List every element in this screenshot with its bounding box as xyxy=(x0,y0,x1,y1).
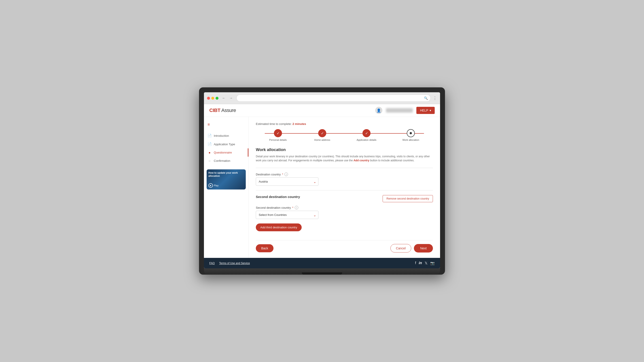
add-third-country-button[interactable]: Add third destination country xyxy=(256,223,302,231)
traffic-light-yellow[interactable] xyxy=(211,97,214,100)
second-country-select-wrapper: Select from Countries ⌄ xyxy=(256,211,318,219)
section-description: Detail your work itinerary in your desti… xyxy=(256,154,433,162)
document-icon-2: 📄 xyxy=(208,142,212,146)
second-info-icon[interactable]: i xyxy=(295,206,298,209)
nav-buttons: ← → xyxy=(221,95,234,101)
back-button[interactable]: Back xyxy=(256,244,274,252)
faq-link[interactable]: FAQ xyxy=(209,262,215,265)
destination-country-label-text: Destination country xyxy=(256,173,281,176)
second-country-header: Second destination country Remove second… xyxy=(256,195,433,202)
laptop-notch xyxy=(302,272,342,275)
sidebar-item-application-type[interactable]: 📄 Application Type xyxy=(204,140,248,148)
destination-country-label: Destination country * i xyxy=(256,173,433,176)
footer: FAQ Terms of Use and Service f in 𝕏 📷 xyxy=(204,258,440,268)
second-required-star: * xyxy=(292,206,294,209)
step-circle-home: ✓ xyxy=(318,129,326,137)
play-label: Play xyxy=(214,184,218,187)
content-area: Estimated time to complete: 2 minutes ✓ … xyxy=(249,117,440,258)
check-circle-icon: ○ xyxy=(208,159,212,163)
destination-country-select-wrapper: Austria ⌄ xyxy=(256,177,318,186)
destination-country-select[interactable]: Austria xyxy=(256,177,318,186)
progress-stepper: ✓ Personal details ✓ Home address ✓ Appl… xyxy=(256,129,433,141)
nav-forward-button[interactable]: → xyxy=(228,95,234,101)
second-country-select[interactable]: Select from Countries xyxy=(256,211,318,219)
laptop-base xyxy=(204,268,440,275)
estimated-time-value: 2 minutes xyxy=(292,122,306,126)
video-play-button[interactable]: ▶ Play xyxy=(208,183,244,188)
traffic-light-green[interactable] xyxy=(216,97,218,100)
step-work-allocation: Work allocation xyxy=(389,129,433,141)
destination-info-icon[interactable]: i xyxy=(284,173,288,176)
step-label-application: Application details xyxy=(357,139,376,141)
header-right: 👤 HELP ▾ xyxy=(375,107,435,114)
section-desc-text2: button to include additional countries. xyxy=(370,159,414,162)
footer-links: FAQ Terms of Use and Service xyxy=(209,262,250,265)
section-title: Work allocation xyxy=(256,147,433,152)
cancel-button[interactable]: Cancel xyxy=(390,244,412,253)
sidebar-item-confirmation[interactable]: ○ Confirmation xyxy=(204,157,248,165)
right-actions: Cancel Next xyxy=(390,244,433,253)
sidebar: ≡ 📄 Introduction 📄 Application Type ● Qu… xyxy=(204,117,249,258)
second-country-label: Second destination country * i xyxy=(256,206,433,209)
second-country-label-text: Second destination country xyxy=(256,206,291,209)
address-bar[interactable]: 🔍 xyxy=(236,94,431,102)
destination-required-star: * xyxy=(282,173,283,176)
nav-back-button[interactable]: ← xyxy=(221,95,227,101)
next-button[interactable]: Next xyxy=(414,244,433,253)
video-title: How to update your work allocation xyxy=(208,171,244,178)
add-country-link[interactable]: Add country xyxy=(354,159,370,162)
instagram-icon[interactable]: 📷 xyxy=(430,261,435,265)
browser-menu-icon[interactable]: ⋮ xyxy=(433,96,437,100)
step-label-personal: Personal details xyxy=(269,139,287,141)
sidebar-label-application-type: Application Type xyxy=(214,143,235,146)
video-overlay: How to update your work allocation ▶ Pla… xyxy=(206,169,246,189)
traffic-lights xyxy=(207,97,218,100)
twitter-x-icon[interactable]: 𝕏 xyxy=(425,261,428,265)
terms-link[interactable]: Terms of Use and Service xyxy=(219,262,250,265)
logo-text: CIBT Assure xyxy=(209,107,236,113)
divider-2 xyxy=(256,190,433,190)
play-circle-icon: ▶ xyxy=(208,183,213,188)
form-actions: Back Cancel Next xyxy=(256,240,433,253)
screen: ← → 🔍 ⋮ CIBT Assure 👤 xyxy=(204,92,440,268)
help-chevron-icon: ▾ xyxy=(430,109,431,112)
step-circle-personal: ✓ xyxy=(274,129,282,137)
step-application-details: ✓ Application details xyxy=(344,129,389,141)
remove-second-country-button[interactable]: Remove second destination country xyxy=(382,195,433,202)
linkedin-icon[interactable]: in xyxy=(419,261,422,265)
step-circle-application: ✓ xyxy=(362,129,370,137)
social-icons: f in 𝕏 📷 xyxy=(415,261,435,265)
logo-cibt: CIBT xyxy=(209,107,220,113)
divider-1 xyxy=(256,168,433,168)
user-avatar-icon: 👤 xyxy=(375,107,382,114)
document-icon: 📄 xyxy=(208,134,212,138)
sidebar-item-introduction[interactable]: 📄 Introduction xyxy=(204,131,248,140)
video-thumbnail[interactable]: How to update your work allocation ▶ Pla… xyxy=(206,169,246,189)
step-label-work: Work allocation xyxy=(402,139,419,141)
sidebar-label-introduction: Introduction xyxy=(214,134,229,137)
traffic-light-red[interactable] xyxy=(207,97,210,100)
logo: CIBT Assure xyxy=(209,107,236,113)
sidebar-label-confirmation: Confirmation xyxy=(214,159,230,162)
help-button[interactable]: HELP ▾ xyxy=(416,107,435,114)
step-label-home: Home address xyxy=(314,139,330,141)
main-layout: ≡ 📄 Introduction 📄 Application Type ● Qu… xyxy=(204,117,440,258)
browser-chrome: ← → 🔍 ⋮ xyxy=(204,92,440,104)
estimated-time: Estimated time to complete: 2 minutes xyxy=(256,122,433,126)
second-section-title: Second destination country xyxy=(256,195,300,199)
search-icon: 🔍 xyxy=(424,96,428,100)
user-name-blurred xyxy=(386,108,413,113)
sidebar-label-questionnaire: Questionnaire xyxy=(214,151,232,154)
laptop-frame: ← → 🔍 ⋮ CIBT Assure 👤 xyxy=(199,87,445,275)
step-personal-details: ✓ Personal details xyxy=(256,129,300,141)
step-home-address: ✓ Home address xyxy=(300,129,344,141)
circle-active-icon: ● xyxy=(208,151,212,154)
logo-assure: Assure xyxy=(222,107,236,113)
sidebar-item-questionnaire[interactable]: ● Questionnaire xyxy=(204,148,248,157)
step-circle-work xyxy=(407,129,415,137)
hamburger-icon[interactable]: ≡ xyxy=(204,120,248,129)
page: CIBT Assure 👤 HELP ▾ ≡ xyxy=(204,104,440,268)
facebook-icon[interactable]: f xyxy=(415,261,416,265)
header: CIBT Assure 👤 HELP ▾ xyxy=(204,104,440,117)
estimated-label: Estimated time to complete: xyxy=(256,122,292,126)
